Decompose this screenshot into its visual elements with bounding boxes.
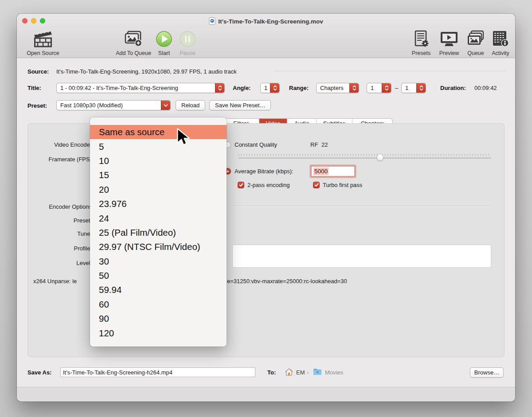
x264-unparse-label: x264 Unparse: le: [33, 278, 77, 284]
preset-popup[interactable]: Fast 1080p30 (Modified): [56, 100, 171, 110]
range-type-value: Chapters: [317, 85, 349, 91]
window-footer: [17, 387, 515, 401]
chevron-down-icon: [161, 101, 170, 110]
encoder-preset-label: Preset:: [30, 217, 92, 224]
add-to-queue-button[interactable]: Add To Queue: [108, 29, 159, 56]
range-from-popup[interactable]: 1: [367, 83, 391, 93]
presets-label: Presets: [412, 50, 430, 56]
menu-item-5[interactable]: 5: [90, 139, 227, 153]
average-bitrate-label: Average Bitrate (kbps):: [235, 168, 293, 175]
save-as-field[interactable]: It's-Time-To-Talk-Eng-Screening-h264.mp4: [60, 367, 255, 377]
activity-label: Activity: [492, 50, 509, 56]
preset-popup-value: Fast 1080p30 (Modified): [57, 102, 161, 109]
to-label: To:: [267, 369, 276, 376]
menu-item-same-as-source[interactable]: Same as source: [90, 125, 227, 139]
pause-icon: [179, 29, 196, 49]
preset-label: Preset:: [27, 102, 47, 109]
updown-chevrons-icon: [416, 83, 426, 93]
start-label: Start: [158, 50, 170, 56]
presets-icon: [412, 29, 430, 49]
menu-item-10[interactable]: 10: [90, 154, 227, 168]
quality-slider[interactable]: [239, 157, 491, 159]
queue-button[interactable]: Queue: [464, 29, 488, 56]
menu-item-15[interactable]: 15: [90, 168, 227, 182]
two-pass-label: 2-pass encoding: [247, 182, 289, 188]
preview-button[interactable]: Preview: [436, 29, 462, 56]
two-pass-checkbox[interactable]: [238, 182, 244, 188]
menu-item-25-pal[interactable]: 25 (Pal Film/Video): [90, 226, 227, 240]
duration-label: Duration:: [440, 85, 466, 91]
framerate-label: Framerate (FPS): [30, 156, 92, 163]
range-to-popup[interactable]: 1: [401, 83, 426, 93]
rf-label: RF: [310, 141, 318, 148]
queue-label: Queue: [467, 50, 484, 56]
add-to-queue-icon: [123, 29, 144, 49]
handbrake-window: It's-Time-To-Talk-Eng-Screening.mov Open…: [17, 14, 515, 401]
profile-label: Profile:: [30, 245, 92, 252]
menu-item-23976[interactable]: 23.976: [90, 197, 227, 211]
activity-icon: [491, 29, 510, 49]
queue-icon: [466, 29, 485, 49]
save-as-filename: It's-Time-To-Talk-Eng-Screening-h264.mp4: [63, 369, 172, 376]
window-title: It's-Time-To-Talk-Eng-Screening.mov: [17, 17, 515, 26]
preview-label: Preview: [439, 50, 459, 56]
home-icon: [285, 368, 293, 377]
open-source-label: Open Source: [27, 50, 59, 56]
tune-label: Tune:: [30, 230, 92, 237]
menu-item-50[interactable]: 50: [90, 269, 227, 283]
rf-value: 22: [321, 141, 328, 148]
window-title-text: It's-Time-To-Talk-Eng-Screening.mov: [218, 18, 323, 25]
title-popup[interactable]: 1 - 00:09:42 - It's-Time-To-Talk-Eng-Scr…: [56, 83, 225, 93]
menu-item-90[interactable]: 90: [90, 312, 227, 326]
menu-item-2997-ntsc[interactable]: 29.97 (NTSC Film/Video): [90, 240, 227, 254]
browse-button[interactable]: Browse…: [470, 367, 504, 378]
video-encoder-label: Video Encoder: [30, 141, 92, 148]
title-label: Title:: [27, 85, 41, 91]
titlebar-toolbar: It's-Time-To-Talk-Eng-Screening.mov Open…: [17, 14, 515, 58]
folder-icon: [313, 368, 322, 377]
mouse-cursor: [176, 128, 191, 148]
source-value: It's-Time-To-Talk-Eng-Screening, 1920x10…: [56, 68, 237, 75]
average-bitrate-field[interactable]: 5000: [311, 166, 355, 176]
angle-popup[interactable]: 1: [260, 83, 280, 93]
quality-slider-thumb[interactable]: [377, 154, 383, 161]
start-button[interactable]: Start: [154, 29, 174, 56]
activity-button[interactable]: Activity: [488, 29, 513, 56]
add-to-queue-label: Add To Queue: [116, 50, 151, 56]
x264-unparse-value: e=31250:vbv-maxrate=25000:rc-lookahead=3…: [227, 278, 347, 284]
additional-options-textarea[interactable]: [232, 245, 491, 268]
turbo-checkbox[interactable]: [313, 182, 320, 188]
framerate-menu: Same as source 5 10 15 20 23.976 24 25 (…: [90, 117, 227, 347]
range-from-value: 1: [367, 85, 382, 91]
duration-value: 00:09:42: [474, 85, 497, 91]
range-dash: –: [395, 85, 398, 91]
crumb-home[interactable]: EM: [296, 369, 305, 376]
updown-chevrons-icon: [270, 83, 279, 93]
reload-button[interactable]: Reload: [176, 100, 205, 110]
angle-label: Angle:: [233, 85, 250, 91]
range-label: Range:: [289, 85, 309, 91]
encoder-options-label: Encoder Options: [30, 203, 92, 210]
menu-item-60[interactable]: 60: [90, 297, 227, 312]
menu-item-24[interactable]: 24: [90, 211, 227, 225]
menu-item-30[interactable]: 30: [90, 254, 227, 269]
updown-chevrons-icon: [349, 83, 359, 93]
crumb-movies[interactable]: Movies: [325, 369, 343, 376]
range-type-popup[interactable]: Chapters: [316, 83, 359, 93]
document-icon: [209, 17, 215, 26]
menu-item-20[interactable]: 20: [90, 183, 227, 197]
angle-popup-value: 1: [261, 85, 270, 91]
average-bitrate-value: 5000: [313, 168, 329, 175]
title-popup-value: 1 - 00:09:42 - It's-Time-To-Talk-Eng-Scr…: [57, 85, 215, 91]
save-new-preset-button[interactable]: Save New Preset…: [209, 100, 271, 110]
range-to-value: 1: [402, 85, 416, 91]
presets-button[interactable]: Presets: [408, 29, 434, 56]
pause-label: Pause: [180, 50, 195, 56]
save-as-label: Save As:: [27, 369, 51, 376]
encoder-options-divider: [231, 206, 492, 207]
pause-button: Pause: [177, 29, 198, 56]
menu-item-120[interactable]: 120: [90, 326, 227, 340]
open-source-button[interactable]: Open Source: [20, 29, 66, 56]
menu-item-5994[interactable]: 59.94: [90, 283, 227, 297]
turbo-label: Turbo first pass: [323, 182, 362, 188]
